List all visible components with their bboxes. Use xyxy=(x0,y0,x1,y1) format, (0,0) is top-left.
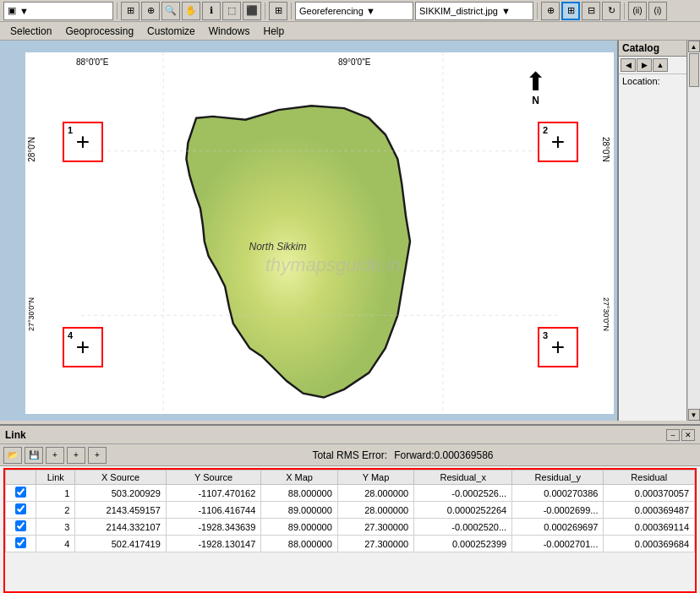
scroll-up-btn[interactable]: ▲ xyxy=(688,41,700,52)
link-save-btn[interactable]: 💾 xyxy=(25,447,43,464)
table-body: 1 503.200929 -1107.470162 88.000000 28.0… xyxy=(6,485,695,552)
catalog-forward-btn[interactable]: ▶ xyxy=(637,58,652,72)
row-ymap-1: 28.000000 xyxy=(337,485,413,502)
lat-label-right-bottom: 27°30'0"N xyxy=(602,297,610,331)
row-residual-1: 0.000370057 xyxy=(604,485,695,502)
image-dropdown-arrow: ▼ xyxy=(501,6,511,16)
image-dropdown[interactable]: SIKKIM_district.jpg ▼ xyxy=(415,2,533,20)
toolbar-btn-add[interactable]: ⊕ xyxy=(141,2,160,20)
col-resx: Residual_x xyxy=(414,471,512,485)
row-checkbox-4[interactable] xyxy=(15,537,26,548)
control-point-3[interactable]: 3 + xyxy=(538,327,578,367)
toolbar-btn-add-data[interactable]: ⊞ xyxy=(269,2,287,20)
toolbar-btn-select2[interactable]: ⬛ xyxy=(243,2,261,20)
row-checkbox-2[interactable] xyxy=(15,503,26,514)
cp3-number: 3 xyxy=(543,330,548,340)
catalog-back-btn[interactable]: ◀ xyxy=(621,58,636,72)
toolbar-dropdown-arrow[interactable]: ▼ xyxy=(19,6,29,16)
row-ymap-4: 27.300000 xyxy=(337,536,413,552)
col-xsource: X Source xyxy=(75,471,166,485)
catalog-title: Catalog xyxy=(622,42,659,54)
row-ysource-1: -1107.470162 xyxy=(166,485,261,502)
link-add-btn1[interactable]: + xyxy=(46,447,64,464)
cp2-cross: + xyxy=(551,130,565,154)
link-panel-title: Link xyxy=(5,429,26,441)
catalog-location: Location: xyxy=(619,74,686,88)
link-add-btn2[interactable]: + xyxy=(67,447,85,464)
row-checkbox-cell[interactable] xyxy=(6,502,36,519)
link-minimize-btn[interactable]: – xyxy=(666,429,680,441)
col-ysource: Y Source xyxy=(166,471,261,485)
row-checkbox-cell[interactable] xyxy=(6,536,36,552)
control-point-1[interactable]: 1 + xyxy=(63,122,103,162)
scroll-down-btn[interactable]: ▼ xyxy=(688,409,700,421)
image-label: SIKKIM_district.jpg xyxy=(419,6,498,16)
link-close-btn[interactable]: ✕ xyxy=(681,429,695,441)
link-panel: Link – ✕ 📂 💾 + + + Total RMS Error: Forw… xyxy=(0,424,700,593)
toolbar-btn-select[interactable]: ⬚ xyxy=(222,2,241,20)
row-checkbox-3[interactable] xyxy=(15,520,26,531)
menu-help[interactable]: Help xyxy=(256,24,291,39)
control-point-4[interactable]: 4 + xyxy=(63,327,103,367)
catalog-up-btn[interactable]: ▲ xyxy=(653,58,668,72)
row-checkbox-1[interactable] xyxy=(15,487,26,498)
cp1-cross: + xyxy=(76,130,90,154)
row-resx-2: 0.0000252264 xyxy=(414,502,512,519)
row-checkbox-cell[interactable] xyxy=(6,485,36,502)
toolbar-btn-active[interactable]: ⊞ xyxy=(561,2,580,20)
row-ysource-4: -1928.130147 xyxy=(166,536,261,552)
separator-4 xyxy=(537,3,538,19)
catalog-toolbar: ◀ ▶ ▲ xyxy=(619,57,686,74)
row-resy-1: 0.000270386 xyxy=(512,485,604,502)
separator-3 xyxy=(291,3,292,19)
row-xmap-1: 88.000000 xyxy=(261,485,337,502)
col-resy: Residual_y xyxy=(512,471,604,485)
link-open-btn[interactable]: 📂 xyxy=(3,447,22,464)
row-link-3: 3 xyxy=(36,519,75,536)
map-content: 88°0'0"E 89°0'0"E 28°0'N 27°30'0"N 28°0'… xyxy=(0,41,617,421)
map-scrollbar: ▲ ▼ xyxy=(686,41,700,421)
link-table: Link X Source Y Source X Map Y Map Resid… xyxy=(5,470,695,552)
toolbar-btn-layers[interactable]: ⊞ xyxy=(121,2,139,20)
toolbar-btn-i[interactable]: (i) xyxy=(648,2,667,20)
menu-windows[interactable]: Windows xyxy=(202,24,257,39)
lat-label-left-top: 28°0'N xyxy=(27,137,36,162)
table-row: 3 2144.332107 -1928.343639 89.000000 27.… xyxy=(6,519,695,536)
col-ymap: Y Map xyxy=(337,471,413,485)
menu-customize[interactable]: Customize xyxy=(140,24,202,39)
control-point-2[interactable]: 2 + xyxy=(538,122,578,162)
row-resy-4: -0.0002701... xyxy=(512,536,604,552)
georeferencing-dropdown[interactable]: Georeferencing ▼ xyxy=(295,2,413,20)
toolbar-btn-identify[interactable]: ℹ xyxy=(202,2,221,20)
map-svg xyxy=(25,52,614,414)
row-checkbox-cell[interactable] xyxy=(6,519,36,536)
row-xsource-2: 2143.459157 xyxy=(75,502,166,519)
toolbar-btn-link[interactable]: ⊕ xyxy=(541,2,560,20)
lat-label-left-bottom: 27°30'0"N xyxy=(27,297,36,331)
toolbar-icon-1: ▣ xyxy=(8,5,16,16)
col-residual: Residual xyxy=(604,471,695,485)
scroll-thumb[interactable] xyxy=(689,53,699,87)
row-link-4: 4 xyxy=(36,536,75,552)
row-xmap-2: 89.000000 xyxy=(261,502,337,519)
toolbar-btn-rotate[interactable]: ↻ xyxy=(602,2,621,20)
menu-geoprocessing[interactable]: Geoprocessing xyxy=(58,24,140,39)
region-label: North Sikkim xyxy=(249,241,306,253)
toolbar-btn-ii[interactable]: (ii) xyxy=(628,2,647,20)
toolbar-btn-pan[interactable]: ✋ xyxy=(182,2,200,20)
georeferencing-label: Georeferencing ▼ xyxy=(299,6,375,16)
menu-selection[interactable]: Selection xyxy=(3,24,58,39)
toolbar-btn-view[interactable]: ⊟ xyxy=(582,2,600,20)
forward-rms-value: Forward:0.000369586 xyxy=(394,449,493,461)
link-add-btn3[interactable]: + xyxy=(88,447,107,464)
location-label: Location: xyxy=(622,76,660,86)
lon-label-left: 88°0'0"E xyxy=(76,57,108,67)
row-resy-3: 0.000269697 xyxy=(512,519,604,536)
col-check xyxy=(6,471,36,485)
link-toolbar: 📂 💾 + + + Total RMS Error: Forward:0.000… xyxy=(0,444,700,466)
rms-label: Total RMS Error: xyxy=(312,449,387,461)
row-resx-3: -0.0002520... xyxy=(414,519,512,536)
row-residual-3: 0.000369114 xyxy=(604,519,695,536)
row-xsource-3: 2144.332107 xyxy=(75,519,166,536)
toolbar-btn-zoom[interactable]: 🔍 xyxy=(161,2,180,20)
